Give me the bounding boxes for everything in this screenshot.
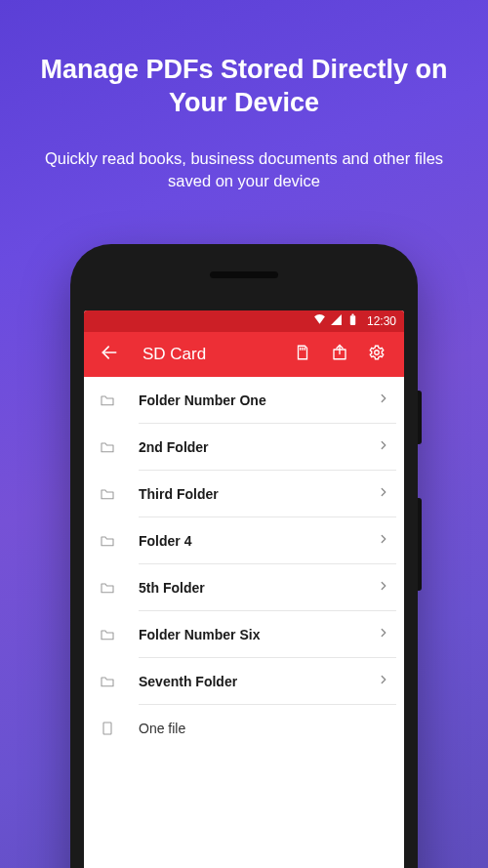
chevron-right-icon (377, 438, 390, 456)
list-item-label: 5th Folder (139, 580, 377, 596)
phone-frame: 12:30 SD Card (70, 244, 418, 868)
list-item[interactable]: Folder 4 (84, 517, 404, 564)
folder-icon (100, 580, 139, 596)
back-button[interactable] (92, 337, 127, 372)
svg-rect-1 (351, 314, 353, 316)
svg-point-8 (375, 351, 380, 355)
wifi-icon (313, 313, 326, 329)
chevron-right-icon (377, 532, 390, 550)
status-time: 12:30 (367, 314, 396, 328)
list-item[interactable]: Seventh Folder (84, 658, 404, 705)
share-icon (331, 344, 348, 365)
file-icon (100, 721, 139, 736)
folder-icon (100, 533, 139, 549)
app-bar-title: SD Card (133, 345, 279, 364)
svg-rect-0 (350, 315, 355, 325)
gear-icon (368, 344, 386, 365)
promo-subtitle: Quickly read books, business documents a… (29, 147, 459, 192)
storage-button[interactable] (285, 337, 320, 372)
list-item-label: Folder 4 (139, 533, 377, 549)
share-button[interactable] (322, 337, 357, 372)
chevron-right-icon (377, 579, 390, 597)
chevron-right-icon (377, 673, 390, 690)
file-list: Folder Number One2nd FolderThird FolderF… (84, 377, 404, 752)
chevron-right-icon (377, 626, 390, 643)
arrow-left-icon (100, 343, 119, 366)
list-item[interactable]: Third Folder (84, 471, 404, 517)
folder-icon (100, 393, 139, 408)
phone-screen: 12:30 SD Card (84, 310, 404, 868)
list-item-label: One file (139, 721, 390, 736)
list-item-label: Third Folder (139, 486, 377, 502)
battery-icon (346, 313, 359, 329)
list-item-label: 2nd Folder (139, 439, 377, 455)
folder-icon (100, 486, 139, 502)
list-item[interactable]: One file (84, 705, 404, 752)
list-item[interactable]: Folder Number One (84, 377, 404, 424)
chevron-right-icon (377, 392, 390, 409)
android-status-bar: 12:30 (84, 310, 404, 332)
list-item-label: Seventh Folder (139, 674, 377, 689)
list-item[interactable]: 5th Folder (84, 564, 404, 611)
list-item-label: Folder Number One (139, 393, 377, 408)
sd-card-icon (294, 344, 311, 365)
list-item[interactable]: Folder Number Six (84, 611, 404, 658)
settings-button[interactable] (359, 337, 394, 372)
cellular-icon (330, 313, 343, 329)
svg-rect-9 (103, 723, 111, 734)
promo-section: Manage PDFs Stored Directly on Your Devi… (0, 0, 488, 192)
folder-icon (100, 439, 139, 455)
chevron-right-icon (377, 485, 390, 503)
promo-title: Manage PDFs Stored Directly on Your Devi… (29, 54, 459, 120)
folder-icon (100, 627, 139, 642)
list-item-label: Folder Number Six (139, 627, 377, 642)
folder-icon (100, 674, 139, 689)
app-bar: SD Card (84, 332, 404, 377)
list-item[interactable]: 2nd Folder (84, 424, 404, 471)
phone-speaker (210, 271, 278, 278)
